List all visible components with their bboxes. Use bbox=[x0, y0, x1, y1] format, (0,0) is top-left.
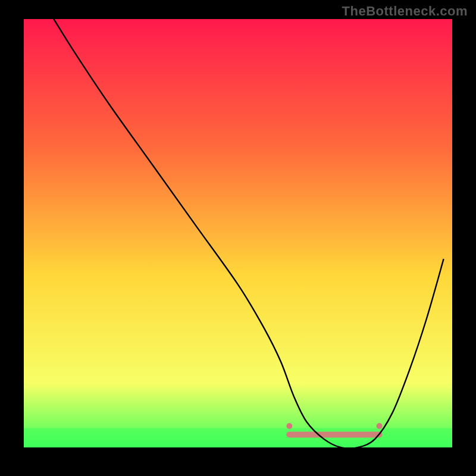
svg-point-4 bbox=[377, 423, 383, 429]
chart-svg bbox=[24, 19, 452, 447]
svg-rect-1 bbox=[24, 428, 452, 447]
plot-area bbox=[24, 19, 452, 447]
svg-point-3 bbox=[286, 423, 292, 429]
svg-rect-0 bbox=[24, 19, 452, 447]
chart-container: TheBottleneck.com bbox=[0, 0, 476, 476]
watermark-text: TheBottleneck.com bbox=[342, 4, 468, 19]
